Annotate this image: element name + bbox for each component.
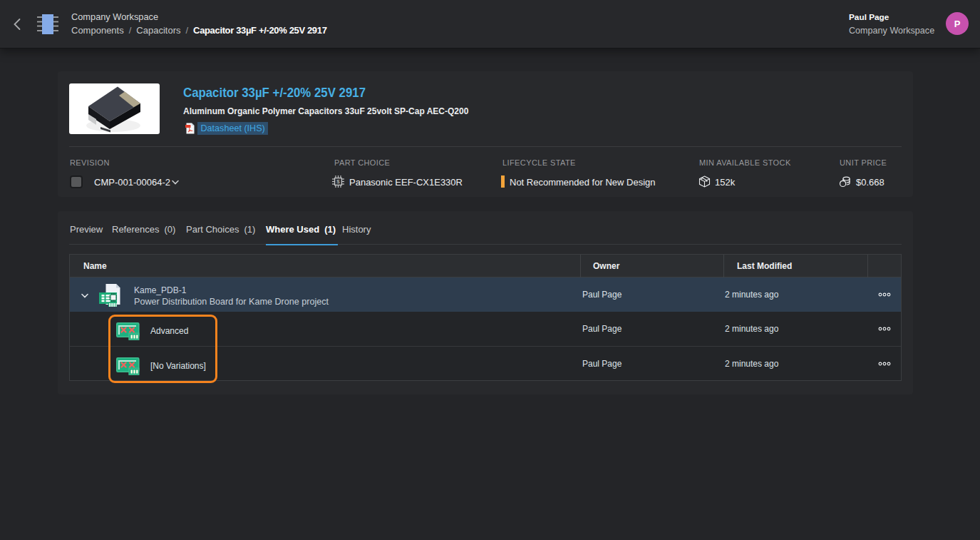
svg-text:$: $ [336, 178, 340, 185]
